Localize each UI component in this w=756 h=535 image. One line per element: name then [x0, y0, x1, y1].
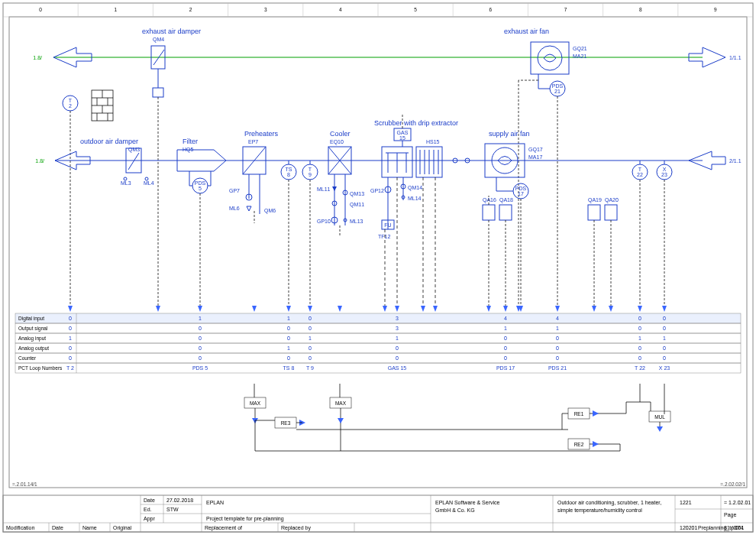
- svg-text:Cooler: Cooler: [330, 130, 351, 138]
- svg-text:1: 1: [69, 336, 72, 341]
- svg-marker-192: [252, 306, 257, 312]
- svg-marker-208: [662, 306, 667, 312]
- svg-text:0: 0: [504, 355, 507, 361]
- svg-text:0: 0: [287, 326, 290, 331]
- svg-text:Ed.: Ed.: [144, 507, 152, 512]
- svg-text:0: 0: [663, 355, 666, 361]
- svg-text:supply air fan: supply air fan: [489, 130, 530, 138]
- svg-text:PDS 17: PDS 17: [496, 365, 515, 371]
- svg-marker-195: [338, 306, 342, 312]
- svg-marker-191: [198, 306, 202, 312]
- svg-text:1/1.1: 1/1.1: [729, 55, 741, 60]
- svg-text:0: 0: [69, 355, 72, 361]
- svg-text:exhaust air damper: exhaust air damper: [142, 28, 201, 35]
- svg-text:T 22: T 22: [635, 365, 645, 371]
- svg-text:GP10: GP10: [317, 219, 331, 224]
- wall-icon: [92, 90, 113, 121]
- svg-text:MAX: MAX: [335, 400, 347, 406]
- svg-text:1: 1: [287, 345, 290, 351]
- svg-rect-246: [15, 343, 741, 353]
- svg-text:TF12: TF12: [378, 234, 390, 239]
- svg-text:MA21: MA21: [573, 54, 586, 59]
- svg-text:1: 1: [287, 316, 290, 321]
- ts8-sensor: TS 8: [281, 160, 296, 306]
- svg-text:GP7: GP7: [229, 188, 240, 193]
- preheater: Preheaters EP7 GP7 ML6 QM6: [229, 130, 279, 223]
- outer-frame: [3, 3, 753, 532]
- svg-text:0: 0: [638, 316, 641, 321]
- svg-text:0: 0: [638, 326, 641, 331]
- svg-text:0: 0: [309, 345, 312, 351]
- t22-sensor: T 22: [632, 160, 648, 306]
- exhaust-air-line: 1.8/ 1/1.1: [33, 47, 741, 67]
- svg-text:Preheaters: Preheaters: [244, 130, 279, 138]
- svg-text:Replaced by: Replaced by: [281, 525, 311, 531]
- t9-sensor: T 9: [302, 160, 318, 306]
- svg-text:2/1.1: 2/1.1: [729, 158, 741, 164]
- svg-text:T 2: T 2: [66, 365, 74, 371]
- svg-text:1: 1: [199, 316, 202, 321]
- svg-text:0: 0: [504, 336, 507, 341]
- svg-text:1221: 1221: [680, 500, 692, 505]
- svg-text:ML11: ML11: [317, 186, 331, 192]
- svg-text:ML13: ML13: [350, 219, 363, 224]
- svg-text:PDS: PDS: [552, 83, 564, 89]
- svg-text:5: 5: [199, 186, 202, 191]
- io-table: Digital input011034400Output signal00003…: [15, 313, 741, 373]
- svg-text:QA18: QA18: [499, 197, 513, 203]
- control-logic: MAX RE3 MAX RE1 RE2 MUL: [244, 384, 670, 451]
- xref-next: =.2.02.02/1: [720, 481, 745, 487]
- svg-line-64: [128, 153, 139, 170]
- xref-prev: =.2.01.14/1: [12, 481, 37, 487]
- svg-text:0: 0: [69, 316, 72, 321]
- svg-text:PDS: PDS: [195, 180, 206, 186]
- svg-text:27.02.2018: 27.02.2018: [166, 498, 193, 503]
- svg-text:Counter: Counter: [18, 355, 37, 361]
- svg-text:QM3: QM3: [128, 147, 140, 153]
- svg-rect-222: [15, 323, 741, 333]
- svg-marker-318: [657, 426, 663, 432]
- exhaust-air-damper: exhaust air damper QM4: [142, 28, 201, 306]
- svg-marker-206: [609, 306, 613, 312]
- svg-text:4: 4: [339, 7, 342, 12]
- svg-text:Name: Name: [82, 525, 97, 530]
- svg-marker-110: [332, 186, 337, 191]
- svg-marker-189: [68, 306, 73, 312]
- svg-text:0: 0: [199, 336, 202, 341]
- svg-text:23: 23: [661, 172, 667, 177]
- svg-text:TS: TS: [286, 167, 292, 172]
- svg-text:exhaust air fan: exhaust air fan: [504, 28, 549, 35]
- svg-text:QM6: QM6: [264, 208, 276, 214]
- schematic-drawing: 0123456789 1.8/ 1/1.1 exhaust air damper…: [0, 0, 756, 535]
- svg-text:MAX: MAX: [250, 400, 261, 406]
- svg-text:Page: Page: [724, 512, 736, 518]
- svg-text:0: 0: [638, 355, 641, 361]
- svg-text:STW: STW: [166, 507, 179, 512]
- svg-text:3: 3: [396, 326, 399, 331]
- svg-rect-169: [499, 205, 512, 220]
- svg-text:QM14: QM14: [408, 185, 422, 191]
- svg-text:ML3: ML3: [121, 180, 131, 186]
- svg-text:9: 9: [714, 7, 717, 12]
- svg-text:Output signal: Output signal: [18, 326, 48, 332]
- svg-text:4: 4: [504, 316, 507, 321]
- svg-marker-205: [592, 306, 596, 312]
- svg-text:1: 1: [556, 326, 559, 331]
- svg-text:0: 0: [638, 345, 641, 351]
- svg-text:2: 2: [69, 103, 72, 109]
- svg-marker-190: [156, 306, 160, 312]
- svg-text:21: 21: [554, 89, 561, 94]
- svg-text:1.8/: 1.8/: [33, 55, 42, 60]
- svg-text:T: T: [69, 98, 73, 103]
- svg-marker-193: [286, 306, 291, 312]
- svg-text:4: 4: [556, 316, 559, 321]
- svg-text:2: 2: [189, 7, 192, 12]
- svg-text:Project template for pre-plann: Project template for pre-planning: [206, 516, 284, 522]
- inner-frame: [9, 17, 747, 488]
- svg-text:RE3: RE3: [281, 420, 291, 426]
- svg-rect-258: [15, 353, 741, 363]
- svg-text:9: 9: [309, 172, 312, 177]
- svg-marker-201: [503, 306, 508, 312]
- svg-text:T: T: [638, 167, 642, 172]
- svg-text:0: 0: [663, 316, 666, 321]
